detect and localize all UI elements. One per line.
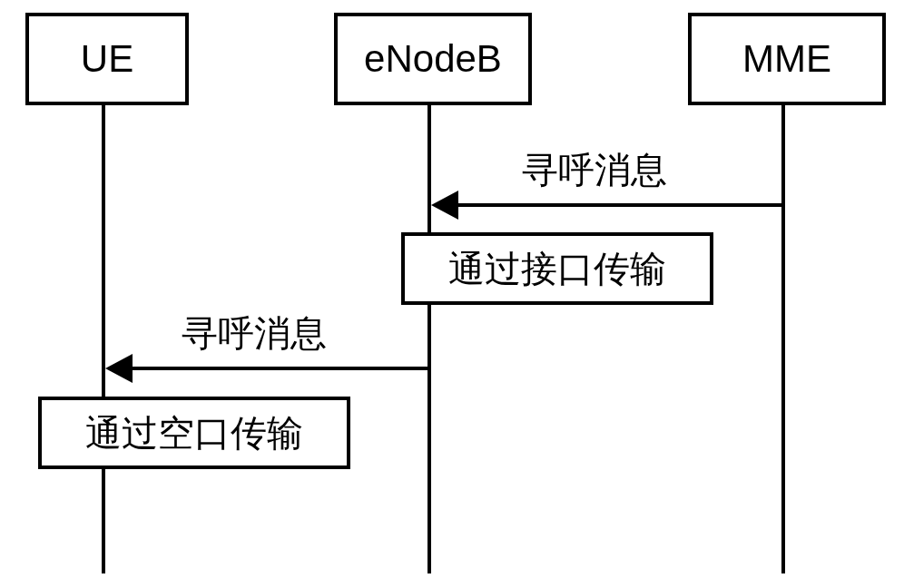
participant-mme: MME [688,13,886,105]
participant-mme-label: MME [742,37,831,81]
participant-enodeb: eNodeB [334,13,532,105]
activation-2: 通过空口传输 [38,397,350,469]
message-1-label: 寻呼消息 [522,145,667,195]
message-1-arrowhead [431,191,458,220]
lifeline-enodeb [427,102,431,573]
lifeline-ue [102,102,105,573]
message-2-arrow [129,367,430,370]
participant-ue: UE [25,13,189,105]
message-2-label: 寻呼消息 [182,309,327,358]
participant-ue-label: UE [81,37,133,81]
activation-1-label: 通过接口传输 [448,244,666,294]
sequence-diagram: UE eNodeB MME 寻呼消息 通过接口传输 寻呼消息 通过空口传输 [0,0,904,588]
lifeline-mme [781,102,785,573]
participant-enodeb-label: eNodeB [364,37,502,81]
message-2-arrowhead [105,354,133,383]
activation-1: 通过接口传输 [401,232,713,305]
activation-2-label: 通过空口传输 [85,408,303,458]
message-1-arrow [454,203,784,207]
